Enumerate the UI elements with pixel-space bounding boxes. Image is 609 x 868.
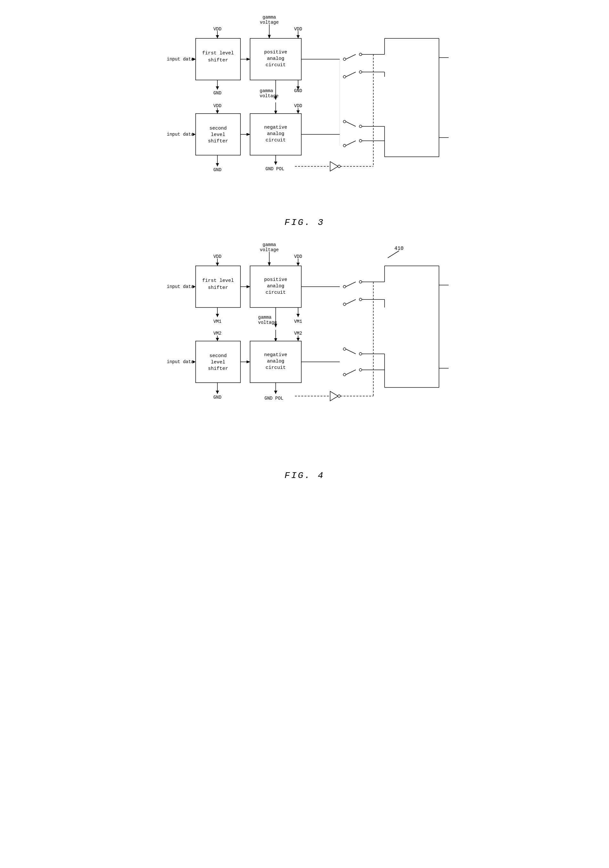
switch-top-circle	[343, 58, 346, 60]
gamma-mid-top: gamma	[259, 88, 273, 93]
positive-analog-text3: circuit	[266, 62, 286, 68]
ref-410: 410	[395, 246, 404, 251]
fig4-vm2-left-top: VM2	[213, 331, 221, 336]
fig4-sls-text3: shifter	[208, 366, 228, 372]
fig4-inverter	[330, 391, 338, 401]
fig4-vm1-left: VM1	[213, 319, 221, 324]
svg-marker-8	[216, 86, 219, 90]
fig4-sls-text1: second	[210, 353, 227, 359]
fig4-sw-mid-r	[359, 298, 362, 301]
fig4-sw-bot-l	[343, 348, 346, 350]
switch-bot-r-circle	[343, 144, 346, 147]
svg-line-48	[388, 251, 399, 258]
fig4-label: FIG. 4	[159, 471, 450, 480]
negative-analog-text3: circuit	[266, 138, 286, 143]
svg-marker-54	[193, 285, 196, 288]
fig4-sw-mid-l	[343, 303, 346, 305]
svg-marker-27	[297, 110, 300, 113]
vdd-top-left: VDD	[213, 26, 221, 32]
input-data-1: input data	[167, 57, 194, 62]
fig4-gnd: GND	[213, 395, 221, 400]
fig4-gamma-top1: gamma	[263, 242, 276, 247]
fig4-fls-text1: first level	[202, 278, 234, 284]
fig4-sw-bot-lr	[359, 353, 362, 355]
svg-marker-72	[216, 338, 219, 341]
switch-bot-rr-circle	[359, 140, 362, 142]
fig4-pa-text3: circuit	[266, 290, 286, 295]
vdd-2nd-left: VDD	[213, 103, 221, 108]
switch-bot-left-r-circle	[359, 125, 362, 128]
svg-marker-2	[216, 35, 219, 39]
second-level-shifter-text2: level	[211, 132, 225, 138]
fig3-label: FIG. 3	[159, 217, 450, 228]
svg-marker-56	[216, 314, 219, 317]
svg-marker-25	[216, 110, 219, 113]
negative-analog-text2: analog	[267, 131, 284, 136]
fig4-pa-text2: analog	[267, 284, 284, 289]
switch-mid-top-right-circle	[359, 71, 362, 73]
svg-marker-74	[297, 338, 300, 341]
gamma-voltage-top-label2: voltage	[260, 20, 279, 25]
svg-line-62	[346, 282, 356, 287]
svg-line-90	[346, 370, 356, 375]
first-level-shifter-text2: shifter	[208, 57, 228, 63]
fig4-sw-top-r	[359, 281, 362, 283]
fig4-input-data-2: input data	[167, 359, 194, 364]
svg-line-68	[346, 299, 356, 304]
fig4-pa-text1: positive	[264, 277, 287, 282]
input-data-2: input data	[167, 132, 194, 137]
fig4-input-data-1: input data	[167, 284, 194, 289]
fig4-sls-text2: level	[211, 360, 225, 365]
fig4-gnd-pol: GND POL	[264, 396, 283, 401]
fig4-inverter-bubble	[338, 395, 340, 397]
fig4-fls-text2: shifter	[208, 285, 228, 290]
fig4-diagram: 410 gamma voltage VDD VDD first level sh…	[160, 240, 449, 464]
fig4-vdd-tr: VDD	[294, 254, 302, 259]
fig4-na-text1: negative	[264, 352, 287, 358]
svg-marker-28	[193, 133, 196, 136]
svg-line-15	[346, 54, 356, 59]
svg-marker-60	[297, 314, 300, 317]
fig4-gamma-top2: voltage	[260, 247, 279, 253]
second-level-shifter-text1: second	[210, 126, 227, 131]
vdd-2nd-right: VDD	[294, 103, 302, 108]
fig4-na-text2: analog	[267, 359, 284, 364]
fig3-diagram: gamma voltage VDD VDD first level shifte…	[160, 13, 449, 211]
svg-line-84	[346, 349, 356, 354]
svg-marker-51	[216, 263, 219, 266]
negative-analog-text1: negative	[264, 125, 287, 130]
svg-marker-53	[297, 263, 300, 266]
fig4-sw-top-l	[343, 285, 346, 288]
gnd-1: GND	[213, 91, 221, 96]
fig4-na-text3: circuit	[266, 365, 286, 370]
fig4-sw-bot-rr	[359, 369, 362, 371]
svg-marker-30	[216, 163, 219, 166]
fig4-gamma-mid2: voltage	[258, 320, 277, 325]
page: gamma voltage VDD VDD first level shifte…	[152, 0, 457, 868]
svg-marker-34	[274, 161, 277, 165]
fig4-vm2-right-top: VM2	[294, 331, 302, 336]
inverter-1	[330, 161, 338, 171]
vdd-top-right: VDD	[294, 26, 302, 32]
svg-line-21	[346, 72, 356, 77]
svg-line-43	[346, 141, 356, 146]
svg-marker-6	[193, 57, 196, 61]
gamma-voltage-top-label: gamma	[263, 15, 276, 20]
fig4-sw-bot-r	[343, 374, 346, 376]
svg-marker-75	[193, 360, 196, 363]
fig4-vm1-right: VM1	[294, 319, 302, 324]
svg-marker-4	[297, 35, 300, 39]
first-level-shifter-text1: first level	[202, 51, 234, 56]
fig4-vdd-tl: VDD	[213, 254, 221, 259]
positive-analog-text1: positive	[264, 50, 287, 55]
second-level-shifter-text3: shifter	[208, 138, 228, 144]
gnd-pol-1: GND POL	[266, 166, 284, 172]
svg-marker-77	[216, 391, 219, 394]
switch-mid-top-circle	[343, 76, 346, 78]
svg-line-37	[346, 122, 356, 126]
svg-marker-81	[274, 391, 277, 394]
switch-top-right-circle	[359, 53, 362, 56]
switch-bot-left-circle	[343, 120, 346, 123]
gnd-3: GND	[213, 167, 221, 172]
fig4-gamma-mid1: gamma	[258, 315, 272, 320]
